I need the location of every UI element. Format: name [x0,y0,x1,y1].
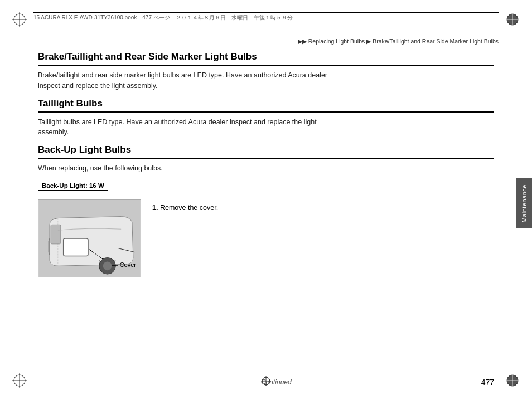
heading-brake-taillight: Brake/Taillight and Rear Side Marker Lig… [38,51,494,66]
spec-badge-backup-light: Back-Up Light: 16 W [38,181,108,191]
heading-backup-light: Back-Up Light Bulbs [38,144,494,159]
intro-backup-light: When replacing, use the following bulbs. [38,163,328,174]
step-1-text: 1. Remove the cover. [152,199,218,213]
corner-mark-bl [11,372,28,389]
page-container: 15 ACURA RLX E-AWD-31TY36100.book 477 ペー… [0,0,532,400]
footer: Continued 477 [38,378,494,387]
svg-rect-13 [51,225,61,244]
corner-mark-tr [504,11,521,28]
sidebar-tab-label: Maintenance [521,184,528,223]
breadcrumb-arrow2: ▶ [366,38,371,45]
step-1-body: Remove the cover. [160,204,218,212]
svg-rect-14 [64,238,88,256]
section-taillight: Taillight Bulbs Taillight bulbs are LED … [38,98,494,138]
body-taillight: Taillight bulbs are LED type. Have an au… [38,117,328,138]
breadcrumb-part1: Replacing Light Bulbs [308,38,365,45]
step-row-1: Cover 1. Remove the cover. [38,199,494,277]
breadcrumb-arrow1: ▶▶ [298,38,307,45]
corner-mark-br [504,372,521,389]
main-content: Brake/Taillight and Rear Side Marker Lig… [38,51,494,372]
sidebar-tab-maintenance: Maintenance [516,178,532,228]
body-brake-taillight: Brake/taillight and rear side marker lig… [38,70,328,91]
corner-mark-tl [11,11,28,28]
footer-page-number: 477 [481,378,494,387]
heading-taillight: Taillight Bulbs [38,98,494,113]
cover-label: Cover [112,261,136,268]
top-meta-text: 15 ACURA RLX E-AWD-31TY36100.book 477 ペー… [33,14,293,21]
breadcrumb-part2: Brake/Taillight and Rear Side Marker Lig… [373,38,499,45]
section-brake-taillight: Brake/Taillight and Rear Side Marker Lig… [38,51,494,91]
top-meta-bar: 15 ACURA RLX E-AWD-31TY36100.book 477 ペー… [33,12,499,23]
step-1-number: 1. [152,204,158,212]
footer-continued: Continued [71,378,481,386]
svg-point-17 [103,261,112,270]
breadcrumb: ▶▶ Replacing Light Bulbs ▶ Brake/Taillig… [298,38,499,45]
section-backup-light: Back-Up Light Bulbs When replacing, use … [38,144,494,277]
car-illustration: Cover [38,199,141,277]
